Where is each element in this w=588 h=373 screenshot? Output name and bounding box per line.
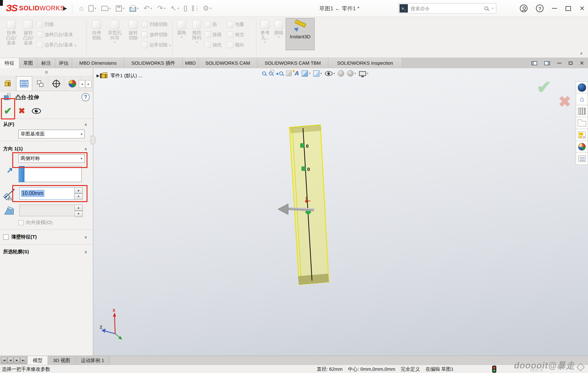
draft-outward-checkbox[interactable]: [18, 220, 23, 225]
wrap-button[interactable]: 包覆: [227, 19, 250, 30]
shell-button[interactable]: 抽壳: [205, 40, 227, 50]
caret-down-icon[interactable]: ▾: [367, 72, 369, 75]
split-pane-left-icon[interactable]: [531, 61, 537, 65]
collapse-chevron-icon[interactable]: ∧: [84, 147, 87, 151]
view-palette-button[interactable]: [576, 129, 588, 141]
from-dropdown[interactable]: 草图基准面 ▾: [18, 130, 85, 138]
hole-wizard-button[interactable]: 异型孔 向导 ▾: [105, 18, 125, 44]
caret-down-icon[interactable]: ▾: [210, 7, 212, 10]
drag-arrow-head[interactable]: [278, 204, 288, 215]
dimxpert-manager-tab[interactable]: [48, 76, 64, 91]
tab-evaluate[interactable]: 评估: [55, 58, 72, 68]
tab-motion-study[interactable]: 运动算例 1: [76, 356, 110, 365]
scroll-left-icon[interactable]: ◂: [79, 80, 85, 88]
appearances-button[interactable]: [576, 141, 588, 153]
view-orientation-button[interactable]: ▾: [302, 70, 310, 77]
minimize-button[interactable]: [552, 8, 557, 9]
ribbon-collapse-chevron-icon[interactable]: ∧: [580, 51, 583, 56]
document-restore-button[interactable]: [569, 61, 573, 65]
select-button[interactable]: ↖▾: [168, 2, 181, 15]
caret-down-icon[interactable]: ▾: [137, 7, 139, 10]
tab-cam[interactable]: SOLIDWORKS CAM: [198, 58, 257, 68]
caret-down-icon[interactable]: ▾: [123, 7, 124, 10]
first-tab-button[interactable]: |◀: [1, 357, 7, 364]
caret-down-icon[interactable]: ▾: [164, 7, 166, 10]
direction1-section-header[interactable]: 方向 1(1) ∧: [0, 143, 93, 153]
caret-down-icon[interactable]: ▾: [354, 72, 356, 75]
solidworks-resources-button[interactable]: [576, 81, 588, 93]
instant3d-button[interactable]: Instant3D: [286, 18, 315, 50]
touch-mode-button[interactable]: [181, 2, 189, 15]
save-button[interactable]: ▾: [113, 2, 127, 15]
print-button[interactable]: ▾: [127, 2, 141, 15]
extrude-boss-button[interactable]: 拉伸 凸台/ 基体: [3, 18, 20, 45]
new-document-button[interactable]: ▾: [86, 2, 99, 15]
caret-down-icon[interactable]: ▾: [178, 7, 179, 10]
caret-down-icon[interactable]: ▾: [334, 72, 335, 75]
caret-down-icon[interactable]: ▾: [95, 7, 96, 10]
configuration-manager-tab[interactable]: [32, 76, 48, 91]
file-explorer-button[interactable]: [576, 117, 588, 129]
open-button[interactable]: ▾: [99, 2, 114, 15]
revolve-boss-button[interactable]: 旋转 凸台/ 基体: [20, 18, 37, 45]
close-button[interactable]: ✕: [579, 5, 585, 12]
caret-down-icon[interactable]: ▾: [309, 72, 310, 75]
collapse-chevron-icon[interactable]: ∧: [84, 122, 87, 127]
split-pane-right-icon[interactable]: [544, 61, 550, 65]
tab-mbd[interactable]: MBD: [183, 58, 198, 68]
caret-down-icon[interactable]: ▾: [278, 35, 280, 39]
spinner-down-icon[interactable]: ▼: [75, 193, 83, 200]
task-list-button[interactable]: [189, 2, 200, 15]
annotation-views-button[interactable]: A: [295, 70, 299, 77]
scroll-right-icon[interactable]: ▸: [85, 80, 92, 88]
expand-chevron-icon[interactable]: ∨: [84, 235, 87, 239]
next-tab-button[interactable]: ▶: [14, 357, 20, 364]
caret-down-icon[interactable]: ▾: [320, 72, 322, 75]
tab-annotation[interactable]: 标注: [37, 58, 55, 68]
search-input[interactable]: [408, 6, 484, 11]
feature-manager-tab[interactable]: [0, 76, 16, 91]
view-settings-button[interactable]: ▾: [359, 71, 369, 76]
caret-down-icon[interactable]: ▾: [114, 41, 116, 44]
tree-expand-arrow-icon[interactable]: ▶: [96, 73, 99, 78]
caret-down-icon[interactable]: ▾: [196, 41, 198, 44]
caret-down-icon[interactable]: ▾: [109, 7, 111, 10]
mirror-button[interactable]: 镜向: [227, 40, 250, 50]
spinner-up-icon[interactable]: ▲: [75, 187, 83, 193]
dimension-handle[interactable]: [300, 144, 304, 147]
revolve-cut-button[interactable]: 旋转 切除: [125, 18, 142, 40]
selection-list[interactable]: [24, 166, 82, 182]
from-section-header[interactable]: 从(F) ∧: [0, 119, 93, 128]
caret-down-icon[interactable]: ▾: [75, 44, 76, 47]
rib-button[interactable]: 筋: [205, 19, 227, 30]
caret-down-icon[interactable]: ▾: [264, 41, 266, 44]
tab-model[interactable]: 模型: [27, 356, 48, 365]
last-tab-button[interactable]: ▶|: [20, 357, 26, 364]
reference-geometry-button[interactable]: 参考 几... ▾: [258, 18, 272, 44]
user-account-icon[interactable]: [520, 5, 528, 12]
viewport-ok-icon[interactable]: ✔: [537, 77, 552, 98]
loft-boss-button[interactable]: 放样凸台/基体: [37, 30, 87, 40]
expand-chevron-icon[interactable]: ∨: [84, 250, 87, 254]
depth-field[interactable]: 10.00mm: [19, 187, 75, 200]
model-preview[interactable]: 0 0: [273, 120, 344, 290]
home-button[interactable]: ⌂: [77, 2, 86, 15]
boundary-boss-button[interactable]: 边界凸台/基体▾: [37, 40, 87, 50]
home-tab-button[interactable]: ⌂: [576, 93, 588, 105]
display-style-button[interactable]: ▾: [313, 70, 322, 77]
linear-pattern-button[interactable]: 线性 阵列 ▾: [189, 18, 205, 44]
cancel-button[interactable]: ✖: [18, 106, 25, 116]
spinner-down-icon[interactable]: ▼: [75, 211, 83, 217]
graphics-viewport[interactable]: ▶ 零件1 (默认) ... ◀ A ▾ ▾ ▾ ▾: [93, 68, 588, 356]
edit-appearance-button[interactable]: [338, 70, 344, 77]
design-library-button[interactable]: [576, 105, 588, 117]
previous-view-button[interactable]: ◀: [276, 71, 283, 75]
tab-mbd-dimensions[interactable]: MBD Dimensions: [72, 58, 124, 68]
ok-button[interactable]: ✔: [4, 105, 12, 117]
help-icon[interactable]: ?: [536, 5, 544, 12]
caret-down-icon[interactable]: ▾: [169, 44, 171, 47]
panel-splitter-bar[interactable]: [0, 68, 93, 76]
panel-splitter-handle[interactable]: [91, 136, 96, 144]
dimension-handle[interactable]: [302, 167, 306, 171]
section-view-button[interactable]: [286, 70, 292, 76]
